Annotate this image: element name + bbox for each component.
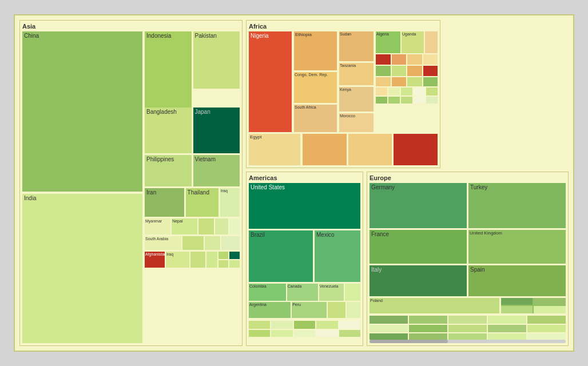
egypt-box: Egypt xyxy=(249,134,300,165)
asia-t3 xyxy=(218,260,229,268)
sudan-box: Sudan xyxy=(339,31,374,61)
asia-southarabia: South Arabia xyxy=(145,236,181,250)
more-africa-box xyxy=(425,31,438,53)
thailand-box: Thailand xyxy=(186,188,218,217)
indonesia-box: Indonesia xyxy=(145,31,192,112)
ethiopia-box: Ethiopia xyxy=(294,31,337,70)
europe-scrollbar[interactable] xyxy=(370,340,566,343)
iran-box: Iran xyxy=(145,188,184,217)
south-africa-label: South Africa xyxy=(294,105,337,110)
afr-small4 xyxy=(423,54,438,65)
afr-tiny8 xyxy=(401,97,412,104)
venezuela-box: Venezuela xyxy=(319,284,344,301)
afr-small9 xyxy=(376,77,391,86)
afr-small11 xyxy=(407,77,422,86)
eur-t10 xyxy=(527,325,566,332)
poland-box: Poland xyxy=(370,298,499,314)
asia-misc3 xyxy=(221,236,240,250)
japan-label: Japan xyxy=(193,108,240,116)
japan-box: Japan xyxy=(193,108,240,153)
iraq-label: Iraq xyxy=(166,252,189,257)
argentina-box: Argentina xyxy=(249,302,291,318)
uk-label: United Kingdom xyxy=(468,230,566,236)
peru-label: Peru xyxy=(292,302,327,307)
germany-box: Germany xyxy=(370,183,467,228)
africa-section: Africa Nigeria Ethiopia Congo, Dem. Rep.… xyxy=(246,20,440,168)
eur-t5 xyxy=(527,316,566,324)
asia-label: Asia xyxy=(22,23,240,30)
treemap-chart: Asia China India Indonesia xyxy=(14,14,574,352)
france-box: France xyxy=(370,230,467,264)
mexico-label: Mexico xyxy=(315,230,360,239)
asia-misc2 xyxy=(205,236,220,250)
uk-box: United Kingdom xyxy=(468,230,566,264)
eur-t8 xyxy=(448,325,487,332)
tanzania-box: Tanzania xyxy=(339,63,374,85)
vietnam-label: Vietnam xyxy=(193,155,240,164)
amer-sm3 xyxy=(347,302,360,318)
eur-t1 xyxy=(370,316,408,324)
tanzania-label: Tanzania xyxy=(339,63,374,68)
asia-tiny3 xyxy=(229,218,240,234)
germany-label: Germany xyxy=(370,183,467,192)
usa-label: United States xyxy=(249,183,360,192)
asia-t4 xyxy=(229,260,240,268)
uganda-box: Uganda xyxy=(402,31,424,53)
eur-t15 xyxy=(527,333,566,340)
nigeria-label: Nigeria xyxy=(249,31,292,40)
usa-box: United States xyxy=(249,183,360,229)
eur-t11 xyxy=(370,333,408,340)
algeria-label: Algeria xyxy=(376,31,400,37)
amer-t6 xyxy=(249,330,270,337)
asia-tiny2 xyxy=(215,218,228,234)
afr-tiny4 xyxy=(414,87,425,96)
europe-label: Europe xyxy=(370,174,566,181)
vietnam-box: Vietnam xyxy=(193,155,240,186)
myanmar-label: Myanmar xyxy=(145,218,170,224)
eur-t9 xyxy=(488,325,526,332)
afr-small8 xyxy=(423,66,438,76)
eur-t13 xyxy=(448,333,487,340)
afr-extra1 xyxy=(303,134,347,165)
afr-small2 xyxy=(392,54,407,65)
afr-small12 xyxy=(423,77,438,86)
congo-box: Congo, Dem. Rep. xyxy=(294,72,337,103)
philippines-box: Philippines xyxy=(145,155,192,186)
bangladesh-box: Bangladesh xyxy=(145,108,192,153)
turkey-label: Turkey xyxy=(468,183,566,192)
asia-t1 xyxy=(218,252,229,259)
africa-label: Africa xyxy=(249,23,438,30)
afr-extra2 xyxy=(348,134,392,165)
nepal-label: Nepal xyxy=(172,218,197,224)
nepal-box: Nepal xyxy=(172,218,197,234)
asia-misc4 xyxy=(190,252,205,268)
south-africa-box: South Africa xyxy=(294,105,337,132)
eur-t2 xyxy=(409,316,447,324)
poland-label: Poland xyxy=(370,298,499,303)
france-label: France xyxy=(370,230,467,238)
eur-s4 xyxy=(534,306,566,313)
india-label: India xyxy=(22,194,142,202)
indonesia-label: Indonesia xyxy=(145,31,192,40)
argentina-label: Argentina xyxy=(249,302,291,307)
europe-section: Europe Germany Turkey France U xyxy=(367,172,569,346)
kenya-box: Kenya xyxy=(339,87,374,112)
morocco-label: Morocco xyxy=(339,113,374,118)
china-label: China xyxy=(22,31,142,40)
italy-label: Italy xyxy=(370,265,467,274)
nigeria-box: Nigeria xyxy=(249,31,292,132)
spain-label: Spain xyxy=(468,265,566,274)
afr-small10 xyxy=(392,77,407,86)
asia-t2 xyxy=(229,252,240,259)
afr-extra3 xyxy=(394,134,438,165)
china-box: China xyxy=(22,31,142,192)
afr-small7 xyxy=(407,66,422,76)
afr-tiny10 xyxy=(426,97,438,104)
turkey-box: Turkey xyxy=(468,183,566,228)
philippines-label: Philippines xyxy=(145,155,192,164)
eur-t12 xyxy=(409,333,447,340)
bangladesh-label: Bangladesh xyxy=(145,108,192,116)
iran-label: Iran xyxy=(145,188,184,197)
pakistan-label: Pakistan xyxy=(193,31,240,40)
amer-sm2 xyxy=(328,302,345,318)
